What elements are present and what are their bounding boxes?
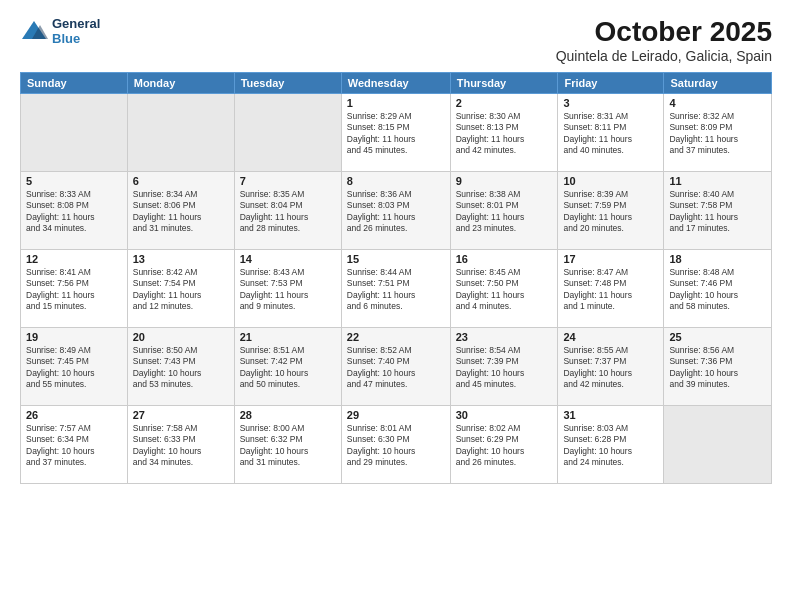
- day-info: Sunrise: 8:56 AMSunset: 7:36 PMDaylight:…: [669, 345, 766, 391]
- calendar-cell: 25Sunrise: 8:56 AMSunset: 7:36 PMDayligh…: [664, 328, 772, 406]
- calendar-cell: 31Sunrise: 8:03 AMSunset: 6:28 PMDayligh…: [558, 406, 664, 484]
- day-number: 2: [456, 97, 553, 109]
- day-number: 22: [347, 331, 445, 343]
- calendar-cell: 2Sunrise: 8:30 AMSunset: 8:13 PMDaylight…: [450, 94, 558, 172]
- day-number: 13: [133, 253, 229, 265]
- day-number: 9: [456, 175, 553, 187]
- calendar-cell: 15Sunrise: 8:44 AMSunset: 7:51 PMDayligh…: [341, 250, 450, 328]
- calendar-cell: 6Sunrise: 8:34 AMSunset: 8:06 PMDaylight…: [127, 172, 234, 250]
- calendar-cell: 1Sunrise: 8:29 AMSunset: 8:15 PMDaylight…: [341, 94, 450, 172]
- weekday-header: Tuesday: [234, 73, 341, 94]
- day-info: Sunrise: 8:55 AMSunset: 7:37 PMDaylight:…: [563, 345, 658, 391]
- weekday-header: Monday: [127, 73, 234, 94]
- day-info: Sunrise: 8:03 AMSunset: 6:28 PMDaylight:…: [563, 423, 658, 469]
- day-number: 26: [26, 409, 122, 421]
- weekday-header: Thursday: [450, 73, 558, 94]
- day-number: 1: [347, 97, 445, 109]
- day-number: 15: [347, 253, 445, 265]
- day-number: 14: [240, 253, 336, 265]
- day-info: Sunrise: 8:50 AMSunset: 7:43 PMDaylight:…: [133, 345, 229, 391]
- page-header: General Blue October 2025 Quintela de Le…: [20, 16, 772, 64]
- day-number: 20: [133, 331, 229, 343]
- calendar-cell: 20Sunrise: 8:50 AMSunset: 7:43 PMDayligh…: [127, 328, 234, 406]
- day-number: 23: [456, 331, 553, 343]
- logo: General Blue: [20, 16, 100, 46]
- calendar-cell: [234, 94, 341, 172]
- calendar-cell: 26Sunrise: 7:57 AMSunset: 6:34 PMDayligh…: [21, 406, 128, 484]
- day-info: Sunrise: 8:40 AMSunset: 7:58 PMDaylight:…: [669, 189, 766, 235]
- weekday-header: Sunday: [21, 73, 128, 94]
- day-number: 12: [26, 253, 122, 265]
- calendar-cell: 16Sunrise: 8:45 AMSunset: 7:50 PMDayligh…: [450, 250, 558, 328]
- calendar-cell: 17Sunrise: 8:47 AMSunset: 7:48 PMDayligh…: [558, 250, 664, 328]
- day-number: 28: [240, 409, 336, 421]
- day-number: 27: [133, 409, 229, 421]
- day-number: 17: [563, 253, 658, 265]
- day-number: 24: [563, 331, 658, 343]
- calendar-cell: 5Sunrise: 8:33 AMSunset: 8:08 PMDaylight…: [21, 172, 128, 250]
- calendar-week-row: 26Sunrise: 7:57 AMSunset: 6:34 PMDayligh…: [21, 406, 772, 484]
- day-info: Sunrise: 8:30 AMSunset: 8:13 PMDaylight:…: [456, 111, 553, 157]
- day-number: 6: [133, 175, 229, 187]
- day-number: 8: [347, 175, 445, 187]
- calendar-cell: 24Sunrise: 8:55 AMSunset: 7:37 PMDayligh…: [558, 328, 664, 406]
- day-info: Sunrise: 8:01 AMSunset: 6:30 PMDaylight:…: [347, 423, 445, 469]
- day-info: Sunrise: 8:36 AMSunset: 8:03 PMDaylight:…: [347, 189, 445, 235]
- calendar-cell: 9Sunrise: 8:38 AMSunset: 8:01 PMDaylight…: [450, 172, 558, 250]
- day-number: 4: [669, 97, 766, 109]
- day-info: Sunrise: 8:52 AMSunset: 7:40 PMDaylight:…: [347, 345, 445, 391]
- day-info: Sunrise: 8:29 AMSunset: 8:15 PMDaylight:…: [347, 111, 445, 157]
- day-info: Sunrise: 8:41 AMSunset: 7:56 PMDaylight:…: [26, 267, 122, 313]
- day-info: Sunrise: 8:33 AMSunset: 8:08 PMDaylight:…: [26, 189, 122, 235]
- day-number: 7: [240, 175, 336, 187]
- day-info: Sunrise: 8:39 AMSunset: 7:59 PMDaylight:…: [563, 189, 658, 235]
- day-info: Sunrise: 8:48 AMSunset: 7:46 PMDaylight:…: [669, 267, 766, 313]
- day-info: Sunrise: 8:49 AMSunset: 7:45 PMDaylight:…: [26, 345, 122, 391]
- calendar-week-row: 12Sunrise: 8:41 AMSunset: 7:56 PMDayligh…: [21, 250, 772, 328]
- day-info: Sunrise: 8:47 AMSunset: 7:48 PMDaylight:…: [563, 267, 658, 313]
- calendar-cell: [21, 94, 128, 172]
- day-info: Sunrise: 8:31 AMSunset: 8:11 PMDaylight:…: [563, 111, 658, 157]
- calendar-cell: 3Sunrise: 8:31 AMSunset: 8:11 PMDaylight…: [558, 94, 664, 172]
- day-info: Sunrise: 8:43 AMSunset: 7:53 PMDaylight:…: [240, 267, 336, 313]
- calendar-cell: 30Sunrise: 8:02 AMSunset: 6:29 PMDayligh…: [450, 406, 558, 484]
- day-info: Sunrise: 8:42 AMSunset: 7:54 PMDaylight:…: [133, 267, 229, 313]
- calendar-week-row: 5Sunrise: 8:33 AMSunset: 8:08 PMDaylight…: [21, 172, 772, 250]
- logo-icon: [20, 19, 48, 43]
- calendar-cell: 4Sunrise: 8:32 AMSunset: 8:09 PMDaylight…: [664, 94, 772, 172]
- day-number: 16: [456, 253, 553, 265]
- calendar-week-row: 19Sunrise: 8:49 AMSunset: 7:45 PMDayligh…: [21, 328, 772, 406]
- day-info: Sunrise: 8:35 AMSunset: 8:04 PMDaylight:…: [240, 189, 336, 235]
- day-number: 11: [669, 175, 766, 187]
- day-info: Sunrise: 8:00 AMSunset: 6:32 PMDaylight:…: [240, 423, 336, 469]
- calendar-header-row: SundayMondayTuesdayWednesdayThursdayFrid…: [21, 73, 772, 94]
- calendar-cell: 28Sunrise: 8:00 AMSunset: 6:32 PMDayligh…: [234, 406, 341, 484]
- weekday-header: Wednesday: [341, 73, 450, 94]
- day-number: 31: [563, 409, 658, 421]
- day-number: 21: [240, 331, 336, 343]
- calendar-cell: 29Sunrise: 8:01 AMSunset: 6:30 PMDayligh…: [341, 406, 450, 484]
- day-number: 19: [26, 331, 122, 343]
- month-title: October 2025: [556, 16, 772, 48]
- calendar-cell: 13Sunrise: 8:42 AMSunset: 7:54 PMDayligh…: [127, 250, 234, 328]
- location-title: Quintela de Leirado, Galicia, Spain: [556, 48, 772, 64]
- day-info: Sunrise: 8:45 AMSunset: 7:50 PMDaylight:…: [456, 267, 553, 313]
- logo-text: General Blue: [52, 16, 100, 46]
- calendar-cell: 14Sunrise: 8:43 AMSunset: 7:53 PMDayligh…: [234, 250, 341, 328]
- day-info: Sunrise: 8:32 AMSunset: 8:09 PMDaylight:…: [669, 111, 766, 157]
- calendar-cell: 27Sunrise: 7:58 AMSunset: 6:33 PMDayligh…: [127, 406, 234, 484]
- day-number: 10: [563, 175, 658, 187]
- calendar-cell: 12Sunrise: 8:41 AMSunset: 7:56 PMDayligh…: [21, 250, 128, 328]
- day-info: Sunrise: 8:44 AMSunset: 7:51 PMDaylight:…: [347, 267, 445, 313]
- day-number: 29: [347, 409, 445, 421]
- calendar-cell: [127, 94, 234, 172]
- day-number: 18: [669, 253, 766, 265]
- day-number: 3: [563, 97, 658, 109]
- calendar-cell: [664, 406, 772, 484]
- weekday-header: Friday: [558, 73, 664, 94]
- calendar-cell: 23Sunrise: 8:54 AMSunset: 7:39 PMDayligh…: [450, 328, 558, 406]
- day-info: Sunrise: 8:02 AMSunset: 6:29 PMDaylight:…: [456, 423, 553, 469]
- weekday-header: Saturday: [664, 73, 772, 94]
- day-number: 25: [669, 331, 766, 343]
- title-block: October 2025 Quintela de Leirado, Galici…: [556, 16, 772, 64]
